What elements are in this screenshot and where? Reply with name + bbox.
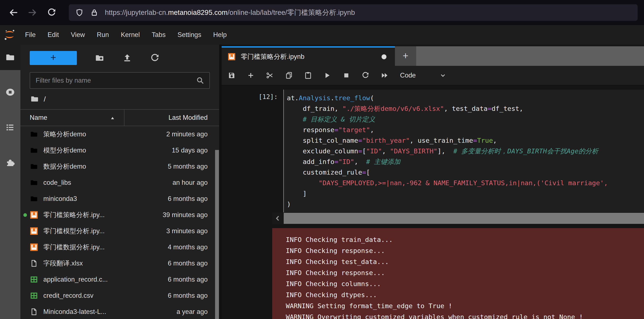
code-editor[interactable]: at.Analysis.tree_flow( df_train, "./策略分析… <box>283 90 644 212</box>
file-list-header: Name Last Modified <box>20 109 219 126</box>
table-of-contents-icon[interactable] <box>5 122 15 132</box>
restart-and-run-all-button[interactable] <box>380 71 388 80</box>
scrollbar-thumb[interactable] <box>284 213 644 224</box>
menubar: FileEditViewRunKernelTabsSettingsHelp <box>0 25 644 44</box>
column-header-modified[interactable]: Last Modified <box>168 114 208 122</box>
url-text: https://jupyterlab-cn.metanoia8295.com/o… <box>105 8 355 18</box>
jupyterlab-logo-icon <box>4 28 16 41</box>
file-list-scrollbar[interactable] <box>215 150 219 319</box>
refresh-button[interactable] <box>150 53 160 63</box>
interrupt-kernel-button[interactable] <box>342 71 350 80</box>
folder-icon <box>5 52 15 62</box>
file-row[interactable]: application_record.c...6 months ago <box>20 272 219 288</box>
cut-cells-button[interactable] <box>266 71 274 80</box>
restart-kernel-button[interactable] <box>362 71 370 80</box>
scrollbar-thumb[interactable] <box>215 150 219 319</box>
new-folder-button[interactable] <box>95 53 104 63</box>
code-line: at.Analysis.tree_flow( <box>287 92 644 103</box>
save-notebook-button[interactable] <box>228 71 236 80</box>
filter-files-input[interactable] <box>30 72 210 89</box>
menu-edit[interactable]: Edit <box>42 31 65 39</box>
log-line: INFO Checking response... <box>286 267 640 278</box>
sidebar-tab-file-browser[interactable] <box>0 44 20 70</box>
cell-type-dropdown-label[interactable]: Code <box>400 72 416 79</box>
csv-icon <box>30 292 38 300</box>
scroll-left-button[interactable] <box>272 212 283 224</box>
file-modified: 6 months ago <box>168 292 208 300</box>
cell-output-stderr: INFO Checking train_data...INFO Checking… <box>272 228 644 319</box>
file-row[interactable]: 模型分析demo15 days ago <box>20 142 219 158</box>
file-row[interactable]: Miniconda3-latest-L...a year ago <box>20 304 219 319</box>
execution-count-prompt: [12]: <box>222 90 283 212</box>
menu-file[interactable]: File <box>19 31 42 39</box>
new-launcher-button[interactable]: + <box>30 51 77 65</box>
menu-tabs[interactable]: Tabs <box>146 31 172 39</box>
chevron-down-icon[interactable] <box>439 72 447 79</box>
activity-bar <box>0 44 20 319</box>
log-line: INFO Checking test_data... <box>286 256 640 267</box>
file-name: application_record.c... <box>43 276 164 283</box>
back-icon[interactable] <box>8 8 18 18</box>
upload-button[interactable] <box>122 53 132 63</box>
file-row[interactable]: 字段翻译.xlsx6 months ago <box>20 255 219 272</box>
file-modified: 2 minutes ago <box>166 130 208 138</box>
file-name: 零门槛模型分析.ipy... <box>43 226 163 236</box>
insert-cell-below-button[interactable] <box>247 71 255 80</box>
file-browser-toolbar: + <box>20 44 219 68</box>
log-line: INFO Checking columns... <box>286 278 640 289</box>
file-name: miniconda3 <box>43 195 164 202</box>
file-row[interactable]: 零门槛策略分析.ipy...39 minutes ago <box>20 207 219 223</box>
code-line: ] <box>287 188 644 199</box>
code-line: "DAYS_EMPLOYED,>=|nan,-962 & NAME_FAMILY… <box>287 178 644 188</box>
folder-icon <box>30 178 38 187</box>
menu-kernel[interactable]: Kernel <box>115 31 146 39</box>
log-line: INFO Checking dtypes... <box>286 289 640 300</box>
menu-help[interactable]: Help <box>207 31 233 39</box>
shield-icon[interactable] <box>75 8 84 17</box>
notebook-area: 零门槛策略分析.ipynb + Code [12]: at.Analysis.t… <box>222 44 644 319</box>
run-cell-button[interactable] <box>323 71 331 80</box>
activity-bar-lower <box>0 70 20 319</box>
menu-run[interactable]: Run <box>91 31 115 39</box>
reload-icon[interactable] <box>47 8 56 18</box>
file-row[interactable]: credit_record.csv6 months ago <box>20 288 219 304</box>
file-modified: 5 months ago <box>168 163 208 170</box>
sidebar-splitter[interactable] <box>219 44 222 319</box>
file-modified: 6 months ago <box>168 260 208 267</box>
kernel-running-dot <box>23 213 27 217</box>
copy-cells-button[interactable] <box>285 71 293 80</box>
file-row[interactable]: code_libsan hour ago <box>20 174 219 191</box>
file-row[interactable]: miniconda36 months ago <box>20 191 219 207</box>
code-line: # 目标定义 & 切片定义 <box>287 114 644 124</box>
file-row[interactable]: 零门槛数据分析.ipy...4 months ago <box>20 239 219 255</box>
running-sessions-icon[interactable] <box>5 87 15 97</box>
forward-icon[interactable] <box>28 8 37 18</box>
extension-manager-icon[interactable] <box>5 158 15 168</box>
file-name: credit_record.csv <box>43 292 164 300</box>
column-divider <box>124 110 124 126</box>
editor-horizontal-scrollbar <box>272 212 644 224</box>
paste-cells-button[interactable] <box>304 71 312 80</box>
menu-view[interactable]: View <box>65 31 91 39</box>
menubar-items: FileEditViewRunKernelTabsSettingsHelp <box>19 31 233 39</box>
tab-notebook[interactable]: 零门槛策略分析.ipynb <box>222 46 395 66</box>
code-line: add_info="ID", # 主键添加 <box>287 156 644 167</box>
file-name: code_libs <box>43 179 169 186</box>
file-row[interactable]: 数据分析demo5 months ago <box>20 158 219 174</box>
address-bar[interactable]: https://jupyterlab-cn.metanoia8295.com/o… <box>69 4 638 21</box>
home-folder-icon[interactable] <box>30 94 39 104</box>
column-header-name[interactable]: Name <box>30 114 47 122</box>
notebook-content: [12]: at.Analysis.tree_flow( df_train, "… <box>222 86 644 319</box>
file-name: Miniconda3-latest-L... <box>43 308 173 316</box>
breadcrumb-root[interactable]: / <box>44 95 46 103</box>
code-cell: [12]: at.Analysis.tree_flow( df_train, "… <box>222 90 644 212</box>
lock-icon[interactable] <box>90 8 98 17</box>
new-tab-button[interactable]: + <box>395 46 416 66</box>
file-name: 策略分析demo <box>43 130 163 139</box>
notebook-icon <box>228 53 236 61</box>
csv-icon <box>30 275 38 284</box>
menu-settings[interactable]: Settings <box>172 31 207 39</box>
unsaved-changes-dot[interactable] <box>382 54 386 59</box>
file-row[interactable]: 零门槛模型分析.ipy...3 minutes ago <box>20 223 219 239</box>
file-row[interactable]: 策略分析demo2 minutes ago <box>20 126 219 142</box>
